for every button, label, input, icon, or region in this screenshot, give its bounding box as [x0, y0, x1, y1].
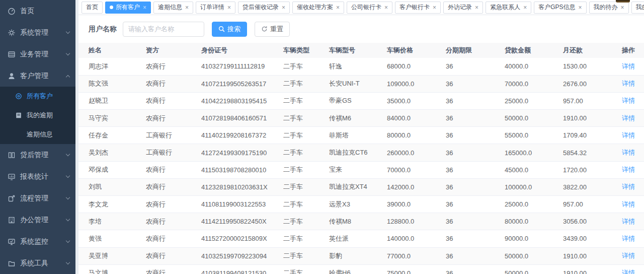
table-cell: 36 — [446, 196, 505, 213]
table-cell: 轩逸 — [329, 58, 387, 75]
table-cell: 41152720000215809X — [201, 230, 283, 247]
table-cell: 农商行 — [146, 196, 201, 213]
tab[interactable]: 首页 — [82, 2, 103, 14]
tab[interactable]: 紧急联系人× — [486, 2, 531, 14]
table-cell: 二手车 — [283, 161, 329, 178]
sidebar-item-report-stats[interactable]: 报表统计 — [0, 166, 75, 187]
tab-close-icon[interactable]: × — [227, 5, 231, 11]
detail-link[interactable]: 详情 — [622, 80, 635, 87]
tab-close-icon[interactable]: × — [384, 5, 388, 11]
table-cell: 二手车 — [283, 196, 329, 213]
table-cell: 36 — [446, 127, 505, 144]
tab-close-icon[interactable]: × — [621, 5, 624, 11]
detail-link[interactable]: 详情 — [622, 200, 635, 208]
tab-label: 客户银行卡 — [399, 3, 430, 12]
column-header: 车辆类型 — [283, 43, 329, 58]
detail-link[interactable]: 详情 — [622, 252, 635, 259]
detail-link[interactable]: 详情 — [622, 131, 635, 139]
action-cell: 详情 — [622, 92, 644, 109]
chevron-down-icon — [66, 217, 70, 221]
app-window: 首页 系统管理 业务管理 客户管理 — [0, 0, 644, 274]
tab[interactable]: 贷后催收记录× — [238, 2, 290, 14]
search-icon — [218, 26, 225, 32]
sidebar-item-business-mgmt[interactable]: 业务管理 — [0, 43, 75, 65]
sidebar-item-overdue-info[interactable]: 逾期信息 — [0, 125, 75, 144]
tab-close-icon[interactable]: × — [336, 5, 340, 11]
customer-table-wrap: 姓名资方身份证号车辆类型车辆型号车辆价格分期期限贷款金额月还款操作 周志洋农商行… — [78, 43, 644, 274]
action-cell: 详情 — [622, 75, 644, 92]
table-cell: 任存金 — [78, 127, 146, 144]
sidebar-item-label: 客户管理 — [20, 72, 66, 81]
action-cell: 详情 — [622, 110, 644, 127]
tab[interactable]: 订单详情× — [196, 2, 235, 14]
tab-close-icon[interactable]: × — [523, 5, 527, 11]
detail-link[interactable]: 详情 — [622, 235, 635, 242]
sidebar-item-my-overdue[interactable]: 我的逾期 — [0, 106, 75, 125]
sidebar-item-home[interactable]: 首页 — [0, 0, 75, 22]
table-cell: 农商行 — [146, 178, 201, 195]
sidebar-item-label: 系统监控 — [20, 237, 66, 246]
tab-close-icon[interactable]: × — [185, 5, 189, 11]
table-cell: 李文龙 — [78, 196, 146, 213]
column-header: 车辆价格 — [387, 43, 446, 58]
table-cell: 农商行 — [146, 161, 201, 178]
sidebar-item-office-mgmt[interactable]: 办公管理 — [0, 209, 75, 231]
tab-close-icon[interactable]: × — [282, 5, 285, 11]
table-cell: 黄强 — [78, 230, 146, 247]
table-cell: 68000.0 — [387, 58, 446, 75]
table-cell: 50000.0 — [505, 110, 563, 127]
detail-link[interactable]: 详情 — [622, 149, 635, 156]
columns-icon — [8, 151, 16, 159]
sidebar-item-system-mgmt[interactable]: 系统管理 — [0, 22, 75, 43]
tab-close-icon[interactable]: × — [475, 5, 478, 11]
tab-label: 订单详情 — [200, 3, 224, 12]
table-cell: 吴亚博 — [78, 247, 146, 264]
tab[interactable]: 催收处理方案× — [292, 2, 344, 14]
tab[interactable]: 外访记录× — [443, 2, 483, 14]
sidebar-item-process-mgmt[interactable]: 流程管理 — [0, 187, 75, 209]
detail-link[interactable]: 详情 — [622, 166, 635, 173]
sidebar-item-customer-mgmt[interactable]: 客户管理 — [0, 65, 75, 87]
detail-link[interactable]: 详情 — [622, 97, 635, 104]
tab[interactable]: 客户GPS信息× — [534, 2, 586, 14]
tab-close-icon[interactable]: × — [143, 5, 146, 11]
sidebar-item-label: 首页 — [20, 7, 69, 16]
table-cell: 农商行 — [146, 230, 201, 247]
tab[interactable]: 公司银行卡× — [347, 2, 392, 14]
table-cell: 刘凯 — [78, 178, 146, 195]
table-cell: 1910.00 — [563, 247, 622, 264]
table-cell: 41142119950822450X — [201, 213, 283, 230]
table-cell: 工商银行 — [146, 144, 201, 161]
chart-monitor-icon — [8, 173, 16, 181]
table-cell: 哈弗H6 — [329, 264, 387, 274]
tab-close-icon[interactable]: × — [433, 5, 436, 11]
table-cell: 英仕派 — [329, 230, 387, 247]
reset-button[interactable]: 重置 — [255, 22, 290, 37]
tab[interactable]: 所有客户× — [105, 2, 151, 14]
gear-icon — [8, 29, 16, 37]
table-cell: 5854.32 — [563, 144, 622, 161]
table-cell: 411081199003122553 — [201, 196, 283, 213]
detail-link[interactable]: 详情 — [622, 114, 635, 122]
search-button[interactable]: 搜索 — [212, 22, 247, 37]
sidebar-item-all-customers[interactable]: 所有客户 — [0, 87, 75, 106]
tab[interactable]: 逾期信息× — [153, 2, 193, 14]
column-header: 月还款 — [563, 43, 622, 58]
sidebar-item-system-tools[interactable]: 系统工具 — [0, 252, 75, 274]
sidebar-item-postloan-mgmt[interactable]: 贷后管理 — [0, 144, 75, 166]
detail-link[interactable]: 详情 — [622, 62, 635, 70]
table-row: 吴刘杰工商银行412724199309175190二手车凯迪拉克CT626000… — [78, 144, 644, 161]
table-cell: 3439.00 — [563, 230, 622, 247]
tab[interactable]: 客户银行卡× — [395, 2, 441, 14]
table-cell: 142000.0 — [387, 178, 446, 195]
sidebar-item-system-monitor[interactable]: 系统监控 — [0, 231, 75, 252]
tab[interactable]: 我的流程× — [631, 2, 644, 14]
tab-close-icon[interactable]: × — [578, 5, 582, 11]
tab[interactable]: 我的待办× — [589, 2, 629, 14]
customer-name-input[interactable] — [123, 22, 204, 37]
table-cell: 马守宾 — [78, 110, 146, 127]
action-cell: 详情 — [622, 144, 644, 161]
detail-link[interactable]: 详情 — [622, 183, 635, 190]
detail-link[interactable]: 详情 — [622, 269, 635, 274]
detail-link[interactable]: 详情 — [622, 218, 635, 225]
